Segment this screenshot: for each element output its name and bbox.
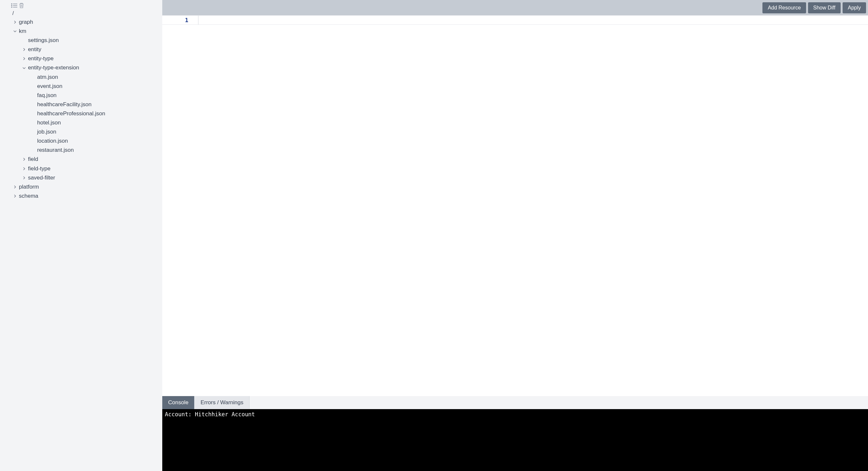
tree-file[interactable]: restaurant.json xyxy=(31,146,162,155)
tree-item-label: field-type xyxy=(28,165,51,172)
tree-item-label: graph xyxy=(19,19,33,26)
tab-errors-warnings[interactable]: Errors / Warnings xyxy=(194,396,250,409)
chevron-right-icon[interactable] xyxy=(22,175,27,181)
chevron-right-icon[interactable] xyxy=(12,184,18,190)
tree-item-label: job.json xyxy=(37,128,56,135)
chevron-right-icon[interactable] xyxy=(12,20,18,25)
tree-item-label: entity-type-extension xyxy=(28,64,79,71)
file-tree: / graphkmsettings.jsonentityentity-typee… xyxy=(0,10,162,201)
editor-line[interactable] xyxy=(198,15,868,25)
chevron-down-icon[interactable] xyxy=(22,65,27,71)
svg-point-3 xyxy=(11,4,12,4)
list-icon[interactable] xyxy=(11,3,18,8)
tree-folder[interactable]: field-type xyxy=(22,164,162,173)
line-number: 1 xyxy=(185,17,188,24)
tab-console[interactable]: Console xyxy=(162,396,194,409)
console-output[interactable]: Account: Hitchhiker Account xyxy=(162,409,868,471)
tree-folder[interactable]: schema xyxy=(12,191,162,201)
tree-file[interactable]: healthcareFacility.json xyxy=(31,100,162,109)
chevron-down-icon[interactable] xyxy=(12,29,18,34)
tree-file[interactable]: event.json xyxy=(31,82,162,91)
tree-folder[interactable]: entity xyxy=(22,45,162,54)
svg-point-4 xyxy=(11,5,12,6)
sidebar: / graphkmsettings.jsonentityentity-typee… xyxy=(0,0,162,471)
apply-button[interactable]: Apply xyxy=(843,2,866,13)
tree-folder[interactable]: entity-type-extension xyxy=(22,63,162,72)
tree-item-label: atm.json xyxy=(37,73,58,81)
tree-item-label: healthcareProfessional.json xyxy=(37,110,105,117)
tree-item-label: saved-filter xyxy=(28,174,55,182)
tree-root[interactable]: / xyxy=(12,10,162,18)
tree-item-label: schema xyxy=(19,192,38,200)
show-diff-button[interactable]: Show Diff xyxy=(808,2,841,13)
tree-file[interactable]: settings.json xyxy=(22,36,162,45)
tree-file[interactable]: healthcareProfessional.json xyxy=(31,109,162,118)
sidebar-toolbar xyxy=(0,3,162,10)
code-editor[interactable]: 1 xyxy=(162,15,868,396)
tree-item-label: event.json xyxy=(37,83,63,90)
trash-icon[interactable] xyxy=(19,3,24,8)
tree-folder[interactable]: saved-filter xyxy=(22,173,162,182)
editor-body[interactable] xyxy=(198,15,868,396)
tree-item-label: faq.json xyxy=(37,92,57,99)
tree-item-label: restaurant.json xyxy=(37,147,74,154)
chevron-right-icon[interactable] xyxy=(22,47,27,52)
tree-folder[interactable]: graph xyxy=(12,18,162,27)
tree-folder[interactable]: entity-type xyxy=(22,54,162,63)
tree-item-label: hotel.json xyxy=(37,119,61,126)
tree-folder[interactable]: platform xyxy=(12,182,162,191)
tree-item-label: platform xyxy=(19,183,39,191)
tree-children: settings.jsonentityentity-typeentity-typ… xyxy=(12,36,162,182)
tree-file[interactable]: job.json xyxy=(31,127,162,136)
tree-item-label: entity-type xyxy=(28,55,54,62)
tree-item-label: entity xyxy=(28,46,41,53)
tree-item-label: location.json xyxy=(37,137,68,145)
main-area: Add Resource Show Diff Apply 1 ConsoleEr… xyxy=(162,0,868,471)
tree-file[interactable]: hotel.json xyxy=(31,118,162,127)
tree-children: atm.jsonevent.jsonfaq.jsonhealthcareFaci… xyxy=(22,73,162,155)
chevron-right-icon[interactable] xyxy=(22,166,27,171)
bottom-panel-tabs: ConsoleErrors / Warnings xyxy=(162,396,868,409)
tree-file[interactable]: location.json xyxy=(31,136,162,146)
bottom-panel: ConsoleErrors / Warnings Account: Hitchh… xyxy=(162,396,868,471)
tree-item-label: field xyxy=(28,156,38,163)
tree-folder[interactable]: field xyxy=(22,155,162,164)
editor-gutter: 1 xyxy=(162,15,198,25)
chevron-right-icon[interactable] xyxy=(22,56,27,61)
tree-item-label: healthcareFacility.json xyxy=(37,101,92,108)
add-resource-button[interactable]: Add Resource xyxy=(763,2,806,13)
tree-folder[interactable]: km xyxy=(12,27,162,36)
tree-file[interactable]: faq.json xyxy=(31,91,162,100)
tree-item-label: km xyxy=(19,28,26,35)
chevron-right-icon[interactable] xyxy=(22,157,27,162)
tree-file[interactable]: atm.json xyxy=(31,73,162,82)
tree-item-label: settings.json xyxy=(28,37,59,44)
topbar: Add Resource Show Diff Apply xyxy=(162,0,868,15)
chevron-right-icon[interactable] xyxy=(12,193,18,199)
svg-point-5 xyxy=(11,7,12,7)
